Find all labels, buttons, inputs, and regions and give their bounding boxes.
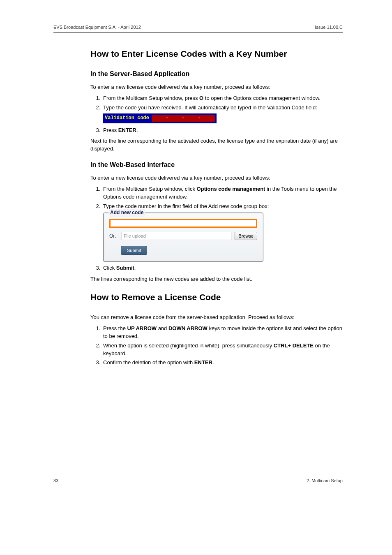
- web-intro: To enter a new license code delivered vi…: [90, 174, 343, 182]
- header-rule: [53, 32, 343, 32]
- code-input[interactable]: [109, 219, 257, 228]
- web-steps-list: From the Multicam Setup window, click Op…: [90, 185, 343, 272]
- server-intro: To enter a new license code delivered vi…: [90, 83, 343, 91]
- list-item: Type the code number in the first field …: [102, 203, 343, 262]
- section-enter-codes-title: How to Enter License Codes with a Key Nu…: [90, 49, 343, 59]
- list-item: From the Multicam Setup window, click Op…: [102, 185, 343, 201]
- browse-button[interactable]: Browse: [235, 232, 257, 240]
- list-item: Type the code you have received. It will…: [102, 104, 343, 125]
- page-number: 33: [53, 478, 58, 483]
- server-outro: Next to the line corresponding to the ac…: [90, 137, 343, 153]
- validation-code-label: Validation code: [105, 115, 149, 122]
- add-new-code-legend: Add new code: [108, 209, 145, 216]
- list-item: Press ENTER.: [102, 127, 343, 134]
- list-item: From the Multicam Setup window, press O …: [102, 95, 343, 102]
- page-footer: 33 2. Multicam Setup: [53, 478, 343, 483]
- header-right: Issue 11.00.C: [315, 25, 343, 30]
- validation-code-field: - - -: [152, 115, 215, 122]
- add-new-code-illustration: Add new code Or: File upload Browse Subm…: [103, 213, 263, 262]
- page-header: EVS Broadcast Equipment S.A. - April 201…: [53, 25, 343, 30]
- file-upload-input[interactable]: File upload: [122, 232, 231, 240]
- subsection-server-app-title: In the Server-Based Application: [90, 70, 343, 78]
- list-item: When the option is selected (highlighted…: [102, 342, 343, 358]
- header-left: EVS Broadcast Equipment S.A. - April 201…: [53, 25, 141, 30]
- footer-section: 2. Multicam Setup: [307, 478, 343, 483]
- subsection-web-interface-title: In the Web-Based Interface: [90, 161, 343, 169]
- list-item: Click Submit.: [102, 264, 343, 272]
- remove-intro: You can remove a license code from the s…: [90, 314, 343, 321]
- list-item: Press the UP ARROW and DOWN ARROW keys t…: [102, 325, 343, 340]
- server-steps-list: From the Multicam Setup window, press O …: [90, 95, 343, 134]
- section-remove-code-title: How to Remove a License Code: [90, 292, 343, 302]
- remove-steps-list: Press the UP ARROW and DOWN ARROW keys t…: [90, 325, 343, 367]
- web-outro: The lines corresponding to the new codes…: [90, 275, 343, 283]
- or-label: Or:: [109, 233, 118, 240]
- list-item: Confirm the deletion of the option with …: [102, 359, 343, 367]
- submit-button[interactable]: Submit: [121, 246, 147, 255]
- validation-code-illustration: Validation code - - -: [103, 113, 217, 123]
- content-body: How to Enter License Codes with a Key Nu…: [90, 49, 343, 367]
